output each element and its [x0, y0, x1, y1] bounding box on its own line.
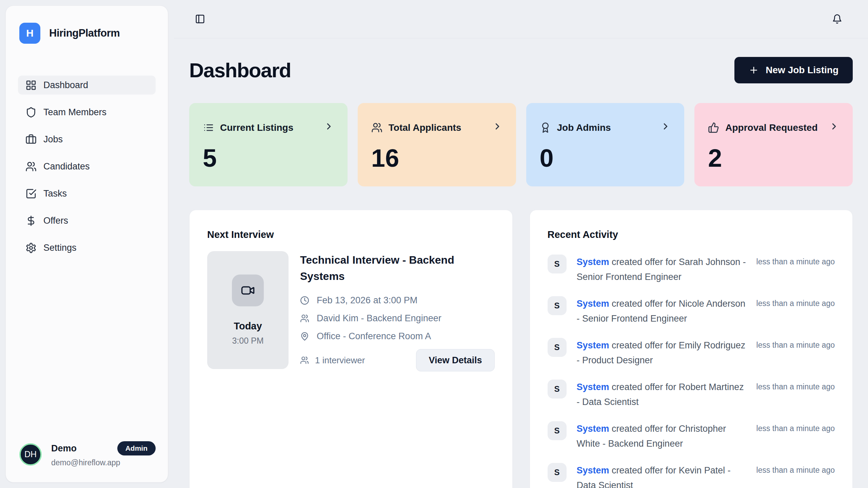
activity-avatar: S	[548, 463, 567, 482]
new-job-listing-button[interactable]: New Job Listing	[734, 57, 853, 83]
new-job-listing-label: New Job Listing	[766, 65, 839, 76]
sidebar-nav: Dashboard Team Members Jobs Candidates T…	[18, 76, 156, 257]
users-icon	[300, 314, 309, 323]
activity-timestamp: less than a minute ago	[756, 463, 835, 475]
recent-activity-title: Recent Activity	[548, 229, 835, 240]
activity-text: System created offer for Kevin Patel - D…	[577, 463, 746, 488]
activity-actor[interactable]: System	[577, 424, 609, 434]
interview-candidate-row: David Kim - Backend Engineer	[300, 313, 495, 324]
activity-avatar: S	[548, 380, 567, 399]
activity-avatar: S	[548, 421, 567, 440]
video-icon-box	[232, 274, 264, 306]
page-head: Dashboard New Job Listing	[189, 57, 853, 83]
activity-text: System created offer for Robert Martinez…	[577, 380, 746, 409]
next-interview-panel: Next Interview Today 3:00 PM Technical I…	[189, 210, 513, 488]
activity-item: S System created offer for Kevin Patel -…	[548, 463, 835, 488]
users-icon	[300, 356, 309, 365]
map-pin-icon	[300, 332, 309, 341]
award-icon	[540, 122, 551, 133]
app-logo: H	[19, 23, 40, 44]
activity-timestamp: less than a minute ago	[756, 380, 835, 391]
briefcase-icon	[25, 134, 37, 145]
list-icon	[203, 122, 214, 133]
interview-location: Office - Conference Room A	[317, 331, 431, 342]
stat-value: 2	[708, 146, 839, 171]
sidebar-item-dashboard[interactable]: Dashboard	[18, 76, 156, 95]
user-info: Demo Admin demo@hireflow.app	[51, 441, 156, 467]
activity-avatar: S	[548, 338, 567, 357]
shield-icon	[25, 107, 37, 118]
sidebar-item-jobs[interactable]: Jobs	[18, 130, 156, 149]
next-interview-title: Next Interview	[207, 229, 495, 240]
sidebar-item-label: Candidates	[43, 161, 90, 172]
plus-icon	[749, 65, 759, 75]
stat-cards: Current Listings 5 Total Applicants 16 J…	[189, 103, 853, 186]
stat-card-current-listings[interactable]: Current Listings 5	[189, 103, 348, 186]
activity-item: S System created offer for Robert Martin…	[548, 380, 835, 409]
activity-avatar: S	[548, 296, 567, 315]
interview-candidate: David Kim - Backend Engineer	[317, 313, 441, 324]
stat-label: Job Admins	[557, 122, 611, 133]
user-name: Demo	[51, 443, 77, 454]
interview-time: 3:00 PM	[232, 336, 263, 346]
stat-label: Current Listings	[220, 122, 293, 133]
stat-value: 5	[203, 146, 334, 171]
chevron-right-icon	[660, 121, 671, 134]
sidebar-toggle-icon[interactable]	[195, 14, 205, 24]
sidebar-item-team-members[interactable]: Team Members	[18, 103, 156, 122]
users-icon	[25, 161, 37, 172]
view-details-button[interactable]: View Details	[416, 349, 494, 371]
activity-avatar: S	[548, 255, 567, 273]
user-menu[interactable]: DH Demo Admin demo@hireflow.app	[18, 441, 156, 467]
sidebar-item-settings[interactable]: Settings	[18, 238, 156, 257]
stat-card-job-admins[interactable]: Job Admins 0	[526, 103, 685, 186]
activity-timestamp: less than a minute ago	[756, 338, 835, 350]
activity-item: S System created offer for Nicole Anders…	[548, 296, 835, 326]
users-icon	[371, 122, 382, 133]
sidebar-container: H HiringPlatform Dashboard Team Members …	[0, 0, 174, 488]
dashboard-columns: Next Interview Today 3:00 PM Technical I…	[189, 210, 853, 488]
gear-icon	[25, 242, 37, 253]
app-logo-letter: H	[26, 27, 34, 39]
activity-item: S System created offer for Emily Rodrigu…	[548, 338, 835, 368]
sidebar-item-label: Jobs	[43, 134, 63, 145]
stat-label: Approval Requested	[725, 122, 817, 133]
user-email: demo@hireflow.app	[51, 458, 156, 467]
activity-text: System created offer for Nicole Anderson…	[577, 296, 746, 326]
sidebar-item-label: Settings	[43, 243, 77, 253]
activity-timestamp: less than a minute ago	[756, 255, 835, 266]
interviewer-count: 1 interviewer	[300, 355, 365, 366]
interview-datetime: Feb 13, 2026 at 3:00 PM	[317, 295, 417, 306]
activity-actor[interactable]: System	[577, 340, 609, 350]
activity-item: S System created offer for Christopher W…	[548, 421, 835, 451]
activity-item: S System created offer for Sarah Johnson…	[548, 255, 835, 284]
content: Dashboard New Job Listing Current Listin…	[174, 38, 868, 488]
activity-text: System created offer for Sarah Johnson -…	[577, 255, 746, 284]
bell-icon[interactable]	[832, 14, 842, 24]
interview-date-tile: Today 3:00 PM	[207, 251, 289, 369]
sidebar-item-offers[interactable]: Offers	[18, 211, 156, 230]
interview-location-row: Office - Conference Room A	[300, 331, 495, 342]
sidebar-item-tasks[interactable]: Tasks	[18, 184, 156, 203]
clock-icon	[300, 296, 309, 305]
sidebar-item-label: Team Members	[43, 107, 106, 118]
sidebar: H HiringPlatform Dashboard Team Members …	[5, 5, 168, 483]
stat-card-approval-requested[interactable]: Approval Requested 2	[694, 103, 853, 186]
activity-actor[interactable]: System	[577, 299, 609, 309]
avatar: DH	[19, 443, 42, 466]
interviewer-count-label: 1 interviewer	[315, 355, 365, 366]
activity-actor[interactable]: System	[577, 257, 609, 267]
activity-text: System created offer for Emily Rodriguez…	[577, 338, 746, 368]
stat-value: 16	[371, 146, 502, 171]
chevron-right-icon	[492, 121, 502, 134]
stat-label: Total Applicants	[389, 122, 461, 133]
chevron-right-icon	[324, 121, 334, 134]
page-title: Dashboard	[189, 59, 291, 82]
main-area: Dashboard New Job Listing Current Listin…	[174, 0, 868, 488]
stat-card-total-applicants[interactable]: Total Applicants 16	[358, 103, 516, 186]
sidebar-item-candidates[interactable]: Candidates	[18, 157, 156, 176]
activity-actor[interactable]: System	[577, 382, 609, 392]
dashboard-grid-icon	[25, 80, 37, 91]
stat-value: 0	[540, 146, 671, 171]
activity-actor[interactable]: System	[577, 465, 609, 475]
